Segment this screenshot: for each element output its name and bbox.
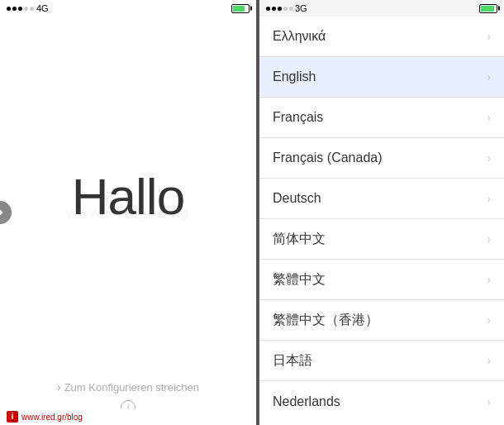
network-type-right: 3G	[295, 3, 307, 13]
lang-label-english: English	[273, 69, 316, 84]
status-bar-right: 3G	[259, 0, 504, 17]
battery-area-left	[231, 4, 250, 13]
red-icon: i	[7, 411, 18, 423]
swipe-arrow-icon: ›	[57, 380, 61, 394]
dot5	[30, 7, 34, 11]
signal-dots-right	[266, 7, 293, 11]
carrier-right: 3G	[266, 3, 307, 13]
dot1	[7, 7, 11, 11]
lang-item-japanese[interactable]: 日本語 ›	[259, 341, 504, 381]
language-list: Ελληνικά › English › Français › Français…	[259, 17, 504, 425]
greeting-text: Hallo	[72, 167, 184, 226]
lang-item-dutch[interactable]: Nederlands ›	[259, 381, 504, 422]
lang-label-dutch: Nederlands	[273, 394, 340, 409]
website-url-left: www.ired.gr/blog	[21, 413, 83, 422]
network-type-left: 4G	[36, 3, 49, 13]
chevron-english: ›	[487, 70, 491, 84]
lang-label-german: Deutsch	[273, 191, 321, 206]
lang-label-greek: Ελληνικά	[273, 29, 326, 44]
rdot4	[283, 7, 288, 11]
chevron-traditional-chinese: ›	[487, 273, 491, 286]
status-bar-left: 4G	[0, 0, 256, 17]
lang-item-traditional-chinese-hk[interactable]: 繁體中文（香港） ›	[259, 300, 504, 341]
chevron-traditional-chinese-hk: ›	[487, 313, 491, 327]
swipe-prompt-container: › Zum Konfigurieren streichen	[57, 380, 199, 394]
arrow-right-icon	[0, 208, 5, 217]
rdot5	[289, 7, 293, 11]
lang-item-english[interactable]: English ›	[259, 57, 504, 98]
lang-label-french: Français	[273, 110, 323, 125]
lang-item-greek[interactable]: Ελληνικά ›	[259, 17, 504, 57]
dot3	[18, 7, 22, 11]
lang-label-simplified-chinese: 简体中文	[273, 231, 326, 248]
lang-item-simplified-chinese[interactable]: 简体中文 ›	[259, 219, 504, 260]
right-screen: 3G Ελληνικά › English › Français › Franç…	[259, 0, 504, 425]
battery-fill-left	[233, 6, 245, 12]
lang-item-french-canada[interactable]: Français (Canada) ›	[259, 138, 504, 179]
dot4	[24, 7, 28, 11]
chevron-german: ›	[487, 192, 491, 205]
lang-label-japanese: 日本語	[273, 352, 312, 370]
left-screen: 4G Hallo www.ired.gr/blog › Zum Konfigur…	[0, 0, 256, 425]
dot2	[12, 7, 17, 11]
battery-area-right	[479, 4, 497, 13]
chevron-japanese: ›	[487, 354, 491, 367]
rdot3	[278, 7, 282, 11]
chevron-simplified-chinese: ›	[487, 232, 491, 246]
carrier-left: 4G	[7, 3, 49, 13]
bottom-bar-left: i www.ired.gr/blog	[0, 408, 256, 425]
lang-label-french-canada: Français (Canada)	[273, 150, 383, 165]
chevron-french: ›	[487, 111, 491, 124]
signal-dots-left	[7, 7, 34, 11]
lang-label-traditional-chinese-hk: 繁體中文（香港）	[273, 312, 378, 329]
lang-item-german[interactable]: Deutsch ›	[259, 179, 504, 219]
lang-label-traditional-chinese: 繁體中文	[273, 271, 326, 289]
rdot1	[266, 7, 270, 11]
swipe-prompt-text: Zum Konfigurieren streichen	[64, 381, 199, 394]
lang-item-french[interactable]: Français ›	[259, 98, 504, 138]
battery-icon-right	[479, 4, 497, 13]
rdot2	[272, 7, 276, 11]
lang-item-traditional-chinese[interactable]: 繁體中文 ›	[259, 260, 504, 300]
battery-icon-left	[231, 4, 250, 13]
chevron-french-canada: ›	[487, 151, 491, 165]
chevron-greek: ›	[487, 30, 491, 43]
battery-fill-right	[481, 6, 494, 12]
left-main-content: Hallo	[0, 17, 256, 425]
chevron-dutch: ›	[487, 395, 491, 408]
